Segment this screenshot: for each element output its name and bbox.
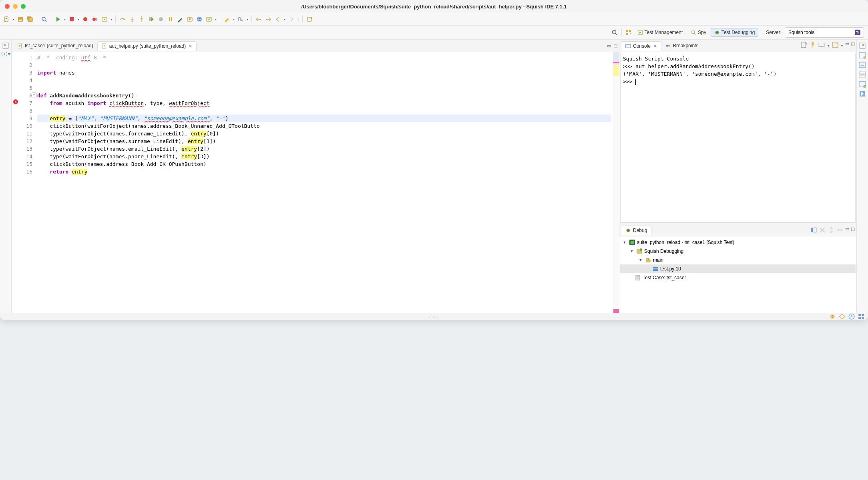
step-into-icon[interactable] — [128, 15, 137, 24]
run-icon[interactable] — [54, 15, 62, 24]
methods-view-icon[interactable] — [859, 71, 866, 78]
build-icon[interactable] — [848, 313, 855, 320]
disclosure-triangle-icon[interactable]: ▼ — [638, 258, 643, 262]
launch-aut-icon[interactable] — [100, 15, 109, 24]
dropdown-icon[interactable]: ▾ — [12, 15, 15, 24]
breakpoints-tab[interactable]: Breakpoints — [661, 41, 702, 50]
disclosure-triangle-icon[interactable]: ▼ — [622, 240, 627, 244]
clear-console-icon[interactable] — [800, 41, 808, 48]
ide-window: /Users/blochberger/Documents/Squish/suit… — [0, 0, 868, 320]
overview-ruler[interactable] — [613, 52, 619, 313]
dropdown-icon[interactable]: ▾ — [77, 15, 80, 24]
editor-tab[interactable]: P tst_case1 (suite_python_reload) — [13, 41, 97, 50]
dropdown-icon[interactable]: ▾ — [63, 15, 66, 24]
code-area[interactable]: # -*- coding: utf-8 -*- import names def… — [36, 52, 613, 313]
dropdown-icon[interactable]: ▾ — [246, 15, 249, 24]
close-tab-icon[interactable]: ✕ — [653, 44, 657, 49]
debug-tree-row[interactable]: ▼ Squish Debugging — [620, 247, 856, 256]
properties-view-icon[interactable] — [859, 61, 866, 69]
error-marker-icon[interactable]: ✕ — [13, 99, 18, 104]
minimize-view-icon[interactable]: ▭ — [607, 43, 611, 48]
perspective-test-debugging[interactable]: Test Debugging — [711, 28, 758, 37]
dropdown-icon[interactable]: ▾ — [214, 15, 217, 24]
resume-icon[interactable] — [147, 15, 156, 24]
view-menu-icon[interactable] — [836, 226, 844, 234]
skip-breakpoints-icon[interactable] — [157, 15, 165, 24]
minimize-view-icon[interactable]: ▭ — [845, 226, 849, 234]
update-icon[interactable] — [838, 313, 846, 320]
perspective-test-management[interactable]: Test Management — [634, 28, 686, 37]
tip-icon[interactable]: ? — [829, 313, 836, 320]
highlighter-icon[interactable] — [223, 15, 231, 24]
outline-view-icon[interactable] — [859, 52, 866, 59]
disclosure-triangle-icon[interactable]: ▼ — [629, 249, 635, 253]
object-snapshot-icon[interactable] — [859, 81, 866, 88]
fold-toggle-icon[interactable]: − — [32, 93, 36, 97]
dropdown-icon[interactable]: ▾ — [232, 15, 235, 24]
svg-rect-69 — [858, 314, 861, 316]
close-tab-icon[interactable]: ✕ — [189, 44, 192, 49]
nav-forward-icon[interactable] — [287, 15, 296, 24]
show-whitespace-icon[interactable] — [236, 15, 245, 24]
variables-view-label[interactable]: (x)= — [1, 52, 10, 56]
dropdown-icon[interactable]: ▾ — [283, 15, 286, 24]
stop-icon[interactable] — [67, 15, 76, 24]
debug-tree-row[interactable]: ▼ main — [620, 256, 856, 264]
editor-tab[interactable]: P aut_helper.py (suite_python_reload) ✕ — [97, 41, 197, 51]
remove-terminated-icon[interactable] — [819, 226, 826, 234]
console-view: Console ✕ Breakpoints ▾ + — [619, 40, 856, 224]
maximize-view-icon[interactable]: ▢ — [851, 226, 855, 234]
pin-console-icon[interactable] — [809, 41, 816, 48]
sash-grip-icon[interactable]: ⋮⋮⋮ — [428, 315, 440, 319]
record-icon[interactable] — [81, 15, 90, 24]
step-return-icon[interactable] — [137, 15, 146, 24]
dropdown-icon[interactable]: ▾ — [840, 41, 844, 50]
display-selected-icon[interactable] — [818, 41, 825, 48]
pause-icon[interactable] — [166, 15, 175, 24]
globe-icon[interactable] — [195, 15, 204, 24]
console-output[interactable]: Squish Script Console >>> aut_helper.add… — [620, 53, 856, 223]
debug-tree-row[interactable]: Test Case: tst_case1 — [620, 273, 856, 282]
console-tab[interactable]: Console ✕ — [621, 41, 661, 51]
quick-access-search-icon[interactable] — [610, 28, 619, 37]
step-over-icon[interactable] — [118, 15, 127, 24]
minimize-view-icon[interactable]: ▭ — [845, 41, 849, 50]
debug-tree[interactable]: ▼ suite_python_reload - tst_case1 [Squis… — [619, 236, 856, 313]
debug-tree-row[interactable]: ▼ suite_python_reload - tst_case1 [Squis… — [620, 238, 856, 247]
color-picker-icon[interactable] — [176, 15, 185, 24]
open-console-icon[interactable]: + — [832, 41, 839, 48]
maximize-view-icon[interactable]: ▢ — [851, 41, 855, 50]
tab-label: Debug — [633, 228, 647, 233]
overview-icon[interactable] — [858, 313, 865, 320]
debug-tab[interactable]: Debug — [621, 226, 651, 235]
restore-view-icon[interactable] — [2, 42, 9, 49]
collapse-icon[interactable] — [828, 226, 835, 234]
pin-editor-icon[interactable] — [305, 15, 314, 24]
svg-point-28 — [692, 31, 695, 34]
line-number: 4 — [13, 77, 32, 84]
perspective-spy[interactable]: Spy — [687, 28, 710, 37]
maximize-view-icon[interactable]: ▢ — [613, 43, 617, 48]
save-icon[interactable] — [16, 15, 25, 24]
nav-undo-icon[interactable] — [254, 15, 263, 24]
save-all-icon[interactable] — [26, 15, 34, 24]
window-title: /Users/blochberger/Documents/Squish/suit… — [0, 4, 868, 10]
dropdown-icon[interactable]: ▾ — [297, 15, 300, 24]
server-select[interactable]: Squish tools ⇅ — [785, 27, 864, 38]
nav-back-icon[interactable] — [273, 15, 282, 24]
nav-redo-icon[interactable] — [264, 15, 273, 24]
tab-label: Console — [633, 43, 651, 49]
dropdown-icon[interactable]: ▾ — [110, 15, 113, 24]
code-editor[interactable]: ✕ − 1 2 3 4 5 6 7 8 9 10 11 12 1 — [12, 52, 619, 313]
record-snippet-icon[interactable] — [90, 15, 99, 24]
screenshot-icon[interactable] — [185, 15, 194, 24]
restore-view-icon[interactable] — [859, 42, 866, 49]
verify-icon[interactable] — [205, 15, 213, 24]
layout-icon[interactable] — [810, 226, 817, 234]
debug-tree-row-selected[interactable]: test.py:10 — [620, 264, 856, 273]
dropdown-icon[interactable]: ▾ — [827, 41, 830, 50]
open-perspective-icon[interactable]: + — [624, 28, 633, 37]
new-file-icon[interactable] — [2, 15, 11, 24]
test-results-icon[interactable] — [859, 90, 866, 97]
search-icon[interactable] — [40, 15, 48, 24]
